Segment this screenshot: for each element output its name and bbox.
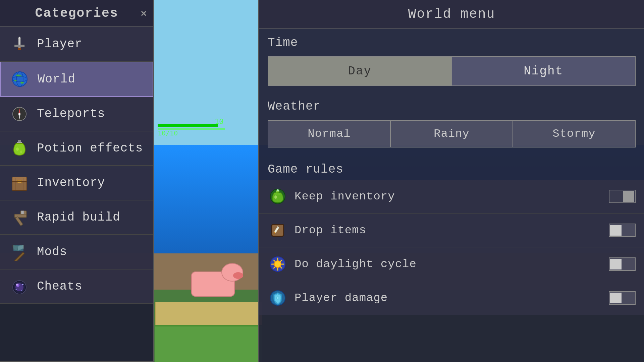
categories-panel: Categories × Player bbox=[0, 0, 154, 362]
rapid-build-icon bbox=[8, 206, 30, 228]
svg-rect-1 bbox=[14, 45, 24, 47]
sidebar-item-player[interactable]: Player bbox=[0, 27, 153, 62]
world-icon bbox=[9, 68, 31, 90]
time-section: Time Day Night bbox=[259, 29, 644, 93]
svg-rect-26 bbox=[14, 214, 26, 218]
categories-title: Categories bbox=[35, 6, 118, 20]
potion-svg bbox=[11, 139, 28, 158]
sidebar-item-potion-effects-label: Potion effects bbox=[37, 141, 143, 155]
game-rules-list: Keep inventory Drop ite bbox=[259, 180, 644, 315]
inventory-icon bbox=[8, 172, 30, 194]
player-damage-knob bbox=[610, 293, 622, 303]
svg-point-38 bbox=[22, 284, 23, 285]
drop-items-icon bbox=[268, 220, 288, 240]
sidebar-item-teleports[interactable]: Teleports bbox=[0, 97, 153, 131]
player-icon bbox=[8, 33, 30, 55]
sidebar-item-world-label: World bbox=[38, 72, 75, 86]
normal-weather-button[interactable]: Normal bbox=[268, 120, 391, 147]
svg-rect-28 bbox=[14, 252, 24, 261]
svg-rect-27 bbox=[15, 217, 23, 226]
weather-buttons-group: Normal Rainy Stormy bbox=[259, 117, 644, 154]
rainy-weather-button[interactable]: Rainy bbox=[391, 120, 513, 147]
svg-rect-2 bbox=[18, 48, 21, 50]
keep-inventory-icon bbox=[268, 186, 288, 206]
weather-section-label: Weather bbox=[259, 93, 644, 117]
svg-point-44 bbox=[274, 195, 277, 199]
pickaxe-svg bbox=[11, 243, 28, 261]
rule-player-damage: Player damage bbox=[259, 281, 644, 315]
sidebar-item-mods[interactable]: Mods bbox=[0, 235, 153, 269]
player-damage-toggle[interactable] bbox=[609, 291, 636, 305]
weather-section: Weather Normal Rainy Stormy bbox=[259, 93, 644, 154]
ground-grass bbox=[155, 325, 262, 362]
svg-point-51 bbox=[274, 261, 281, 267]
sidebar-item-mods-label: Mods bbox=[37, 245, 67, 259]
sidebar-item-potion-effects[interactable]: Potion effects bbox=[0, 131, 153, 166]
pig-snout bbox=[233, 272, 243, 279]
cheats-icon bbox=[8, 276, 30, 297]
categories-title-bar: Categories × bbox=[0, 0, 153, 27]
drop-items-knob bbox=[610, 225, 622, 236]
svg-point-11 bbox=[18, 113, 20, 115]
player-damage-label: Player damage bbox=[294, 292, 609, 304]
keep-inventory-toggle[interactable] bbox=[609, 190, 636, 203]
sidebar-item-teleports-label: Teleports bbox=[37, 107, 105, 121]
chest-svg bbox=[11, 174, 28, 192]
daylight-cycle-label: Do daylight cycle bbox=[294, 258, 609, 270]
rule-drop-items: Drop items bbox=[259, 214, 644, 247]
day-button[interactable]: Day bbox=[268, 56, 452, 86]
ground-sand bbox=[155, 302, 262, 328]
sidebar-item-inventory[interactable]: Inventory bbox=[0, 166, 153, 200]
game-rules-section: Game rules Keep inventory bbox=[259, 156, 644, 315]
compass-svg bbox=[11, 106, 28, 122]
world-svg bbox=[11, 70, 29, 88]
time-buttons-group: Day Night bbox=[259, 53, 644, 93]
sidebar-item-cheats-label: Cheats bbox=[37, 280, 83, 293]
keep-inventory-label: Keep inventory bbox=[294, 190, 609, 203]
night-button[interactable]: Night bbox=[452, 56, 636, 86]
close-button[interactable]: × bbox=[141, 8, 147, 19]
game-rules-section-label: Game rules bbox=[259, 156, 644, 180]
world-menu-panel: World menu Time Day Night Weather Normal… bbox=[258, 0, 644, 362]
orb-svg bbox=[11, 278, 28, 295]
svg-point-40 bbox=[21, 290, 22, 291]
potion-effects-icon bbox=[8, 137, 30, 159]
stormy-weather-button[interactable]: Stormy bbox=[513, 120, 636, 147]
hammer-svg bbox=[11, 209, 28, 226]
svg-rect-32 bbox=[13, 245, 23, 251]
svg-point-37 bbox=[16, 284, 18, 286]
sidebar-item-world[interactable]: World bbox=[0, 62, 153, 97]
teleports-icon bbox=[8, 103, 30, 125]
svg-point-15 bbox=[20, 150, 22, 153]
sidebar-item-cheats[interactable]: Cheats bbox=[0, 269, 153, 304]
player-damage-icon bbox=[268, 288, 288, 308]
health-bar bbox=[158, 124, 218, 127]
time-section-label: Time bbox=[259, 29, 644, 53]
drop-items-label: Drop items bbox=[294, 224, 609, 237]
drop-items-toggle[interactable] bbox=[609, 224, 636, 237]
mods-icon bbox=[8, 241, 30, 263]
svg-point-14 bbox=[16, 147, 19, 151]
daylight-cycle-toggle[interactable] bbox=[609, 257, 636, 271]
sword-svg bbox=[11, 36, 28, 53]
health-text: 10/10 bbox=[158, 129, 178, 137]
world-title-bar: World menu bbox=[259, 0, 644, 29]
svg-point-39 bbox=[15, 289, 16, 290]
daylight-cycle-knob bbox=[610, 259, 622, 269]
exp-bar bbox=[158, 128, 225, 130]
rule-keep-inventory: Keep inventory bbox=[259, 180, 644, 214]
sidebar-item-player-label: Player bbox=[37, 37, 83, 51]
world-menu-title: World menu bbox=[408, 7, 495, 22]
svg-rect-43 bbox=[277, 189, 279, 191]
sidebar-item-inventory-label: Inventory bbox=[37, 176, 105, 190]
rule-daylight-cycle: Do daylight cycle bbox=[259, 247, 644, 281]
sidebar-item-rapid-build-label: Rapid build bbox=[37, 210, 120, 224]
svg-point-4 bbox=[12, 72, 27, 86]
keep-inventory-knob bbox=[623, 191, 634, 202]
daylight-cycle-icon bbox=[268, 254, 288, 274]
sidebar-item-rapid-build[interactable]: Rapid build bbox=[0, 200, 153, 235]
